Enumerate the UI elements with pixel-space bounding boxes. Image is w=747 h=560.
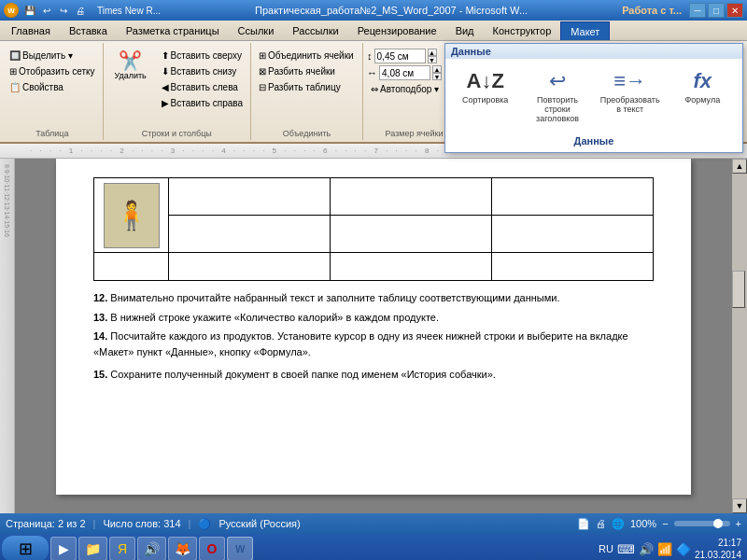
item15-text: Сохраните полученный документ в своей па…	[110, 369, 496, 380]
tray-signal-icon[interactable]: 📶	[657, 542, 672, 556]
ribbon-merge-content: ⊞ Объединить ячейки ⊠ Разбить ячейки ⊟ Р…	[255, 45, 359, 138]
view-web-icon[interactable]: 🌐	[612, 518, 625, 530]
taskbar: ⊞ ▶ 📁 Я 🔊 🦊 O W RU ⌨ 🔊 📶 🔷 21:17 21.03.2…	[0, 534, 747, 560]
popup-content: A↓Z Сортировка ↩ Повторить строки заголо…	[445, 59, 742, 133]
table-cell-r2c2	[169, 216, 331, 253]
numbered-list: 12. Внимательно прочитайте набранный тек…	[93, 290, 654, 383]
undo-quick-btn[interactable]: ↩	[39, 3, 54, 18]
insert-below-icon: ⬇	[162, 66, 169, 77]
tab-design[interactable]: Конструктор	[484, 21, 561, 40]
taskbar-btn-opera[interactable]: O	[199, 537, 225, 560]
title-bar-left: W 💾 ↩ ↪ 🖨 Times New R...	[4, 3, 161, 18]
table-row	[94, 216, 654, 253]
popup-formula[interactable]: fx Формула	[669, 64, 737, 128]
table-cell-r2c3	[331, 216, 492, 253]
autofit-icon: ⇔	[371, 84, 378, 94]
view-normal-icon[interactable]: 📄	[577, 518, 590, 530]
tab-review[interactable]: Рецензирование	[348, 21, 446, 40]
insert-above-btn[interactable]: ⬆ Вставить сверху	[158, 49, 247, 63]
repeat-header-label: Повторить строки заголовков	[528, 95, 586, 123]
table-cell-r3c1	[94, 253, 169, 281]
close-button[interactable]: ✕	[726, 3, 743, 18]
zoom-slider[interactable]	[674, 521, 730, 526]
width-up[interactable]: ▲	[432, 65, 442, 73]
split-table-btn[interactable]: ⊟ Разбить таблицу	[255, 80, 345, 94]
delete-icon: ✂️	[119, 51, 142, 70]
clock-time: 21:17	[695, 537, 741, 549]
taskbar-btn-yandex2[interactable]: 🦊	[168, 537, 197, 560]
zoom-minus-btn[interactable]: −	[662, 518, 668, 529]
popup-convert[interactable]: ≡→ Преобразовать в текст	[596, 64, 665, 128]
autofit-btn[interactable]: ⇔ Автоподбор ▾	[367, 82, 443, 96]
scroll-down-btn[interactable]: ▼	[732, 498, 747, 513]
zoom-plus-btn[interactable]: +	[736, 518, 741, 529]
taskbar-btn-sound[interactable]: 🔊	[137, 537, 166, 560]
minimize-button[interactable]: ─	[689, 3, 706, 18]
width-input[interactable]	[379, 65, 430, 80]
popup-sort[interactable]: A↓Z Сортировка	[451, 64, 519, 128]
zoom-thumb[interactable]	[713, 519, 723, 528]
save-quick-btn[interactable]: 💾	[22, 3, 37, 18]
properties-btn[interactable]: 📋 Свойства	[6, 80, 67, 94]
height-spinner: ▲ ▼	[428, 49, 437, 63]
scroll-thumb[interactable]	[732, 271, 745, 308]
scroll-track[interactable]	[732, 174, 747, 498]
tab-mailings[interactable]: Рассылки	[283, 21, 347, 40]
popup-repeat-header[interactable]: ↩ Повторить строки заголовков	[523, 64, 591, 128]
select-btn[interactable]: 🔲 Выделить ▾	[6, 49, 77, 63]
split-cells-btn[interactable]: ⊠ Разбить ячейки	[255, 64, 339, 78]
scroll-up-btn[interactable]: ▲	[732, 159, 747, 174]
tab-maket[interactable]: Макет	[560, 21, 610, 40]
item15-num: 15.	[93, 369, 107, 380]
group-table-label: Таблица	[2, 129, 103, 138]
taskbar-btn-2[interactable]: 📁	[78, 537, 107, 560]
show-grid-btn[interactable]: ⊞ Отобразить сетку	[6, 64, 99, 78]
insert-below-btn[interactable]: ⬇ Вставить снизу	[158, 64, 247, 78]
item14-num: 14.	[93, 330, 107, 342]
quick-access-toolbar: 💾 ↩ ↪ 🖨	[22, 3, 88, 18]
merge-cells-btn[interactable]: ⊞ Объединить ячейки	[255, 49, 358, 63]
start-button[interactable]: ⊞	[2, 536, 49, 560]
office-logo[interactable]: W	[4, 3, 19, 18]
taskbar-tray: RU ⌨ 🔊 📶 🔷 21:17 21.03.2014	[595, 537, 745, 560]
taskbar-btn-yandex[interactable]: Я	[109, 537, 135, 560]
tab-references[interactable]: Ссылки	[229, 21, 284, 40]
title-bar: W 💾 ↩ ↪ 🖨 Times New R... Практическая_ра…	[0, 0, 747, 21]
insert-right-btn[interactable]: ▶ Вставить справа	[158, 96, 247, 110]
tray-kb-icon[interactable]: ⌨	[617, 542, 635, 556]
context-tab-label: Работа с т...	[622, 5, 682, 16]
taskbar-word-app[interactable]: W	[227, 537, 253, 560]
height-up[interactable]: ▲	[428, 49, 437, 56]
document-area: 8·9·10·11·12·13·14·15·16 🧍	[0, 159, 747, 513]
lang-tray[interactable]: RU	[599, 543, 613, 554]
tray-sound-icon[interactable]: 🔊	[639, 542, 654, 556]
insert-right-icon: ▶	[162, 98, 169, 108]
tab-insert[interactable]: Вставка	[60, 21, 117, 40]
sort-label: Сортировка	[462, 95, 508, 105]
vertical-scrollbar[interactable]: ▲ ▼	[732, 159, 747, 513]
tab-home[interactable]: Главная	[2, 21, 60, 40]
delete-btn[interactable]: ✂️ Удалить	[107, 49, 154, 83]
window-title: Практическая_работа№2_MS_Word_2007 - Mic…	[161, 5, 622, 16]
document-content: 🧍	[15, 159, 732, 513]
vruler-marks: 8·9·10·11·12·13·14·15·16	[4, 164, 10, 237]
popup-title: Данные	[451, 46, 491, 57]
height-down[interactable]: ▼	[428, 56, 437, 63]
tray-bt-icon[interactable]: 🔷	[676, 542, 691, 556]
insert-left-btn[interactable]: ◀ Вставить слева	[158, 80, 247, 94]
ribbon-group-merge: ⊞ Объединить ячейки ⊠ Разбить ячейки ⊟ Р…	[251, 43, 363, 140]
height-input[interactable]	[374, 49, 426, 63]
view-print-icon[interactable]: 🖨	[596, 518, 606, 529]
tab-view[interactable]: Вид	[446, 21, 484, 40]
print-quick-btn[interactable]: 🖨	[73, 3, 88, 18]
taskbar-btn-1[interactable]: ▶	[50, 537, 77, 560]
redo-quick-btn[interactable]: ↪	[56, 3, 71, 18]
list-item-15: 15. Сохраните полученный документ в свое…	[93, 367, 654, 383]
popup-header: Данные	[445, 44, 742, 59]
table-cell-r2c4	[492, 216, 654, 253]
maximize-button[interactable]: □	[708, 3, 725, 18]
width-down[interactable]: ▼	[432, 73, 442, 80]
tab-layout[interactable]: Разметка страницы	[117, 21, 229, 40]
group-rowscols-label: Строки и столбцы	[104, 129, 250, 138]
list-item-13: 13. В нижней строке укажите «Количество …	[93, 310, 654, 326]
